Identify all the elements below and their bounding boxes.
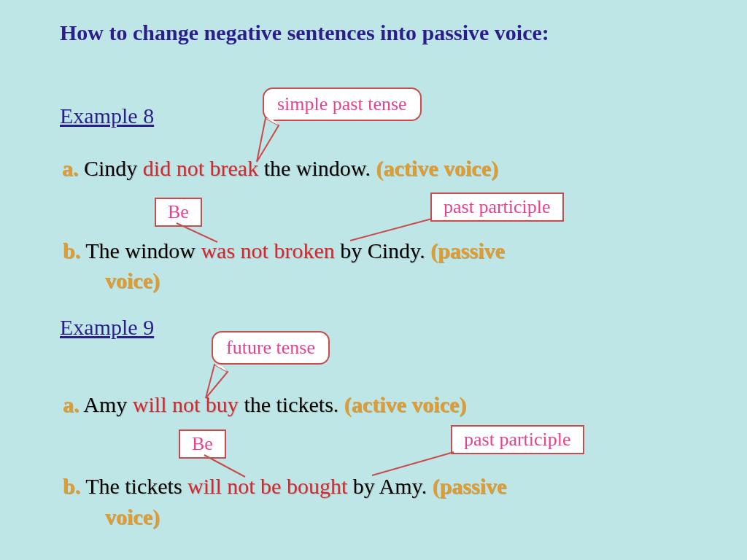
svg-line-7 xyxy=(372,452,454,475)
page-title: How to change negative sentences into pa… xyxy=(60,20,549,45)
text-9b-pre: The tickets xyxy=(80,474,187,498)
voice-9a: (active voice) xyxy=(344,392,466,416)
be-box-8: Be xyxy=(155,198,202,227)
text-9b-post: by Amy. xyxy=(347,474,432,498)
text-8a-post: the window. xyxy=(258,156,376,180)
verb-9a: will not buy xyxy=(133,392,239,416)
text-8b-post: by Cindy. xyxy=(335,238,430,262)
text-8b-pre: The window xyxy=(80,238,201,262)
sentence-8b: b. The window was not broken by Cindy. (… xyxy=(63,238,505,263)
past-participle-box-8: past participle xyxy=(430,192,564,222)
voice-8b-line2: voice) xyxy=(105,268,160,293)
example9-label: Example 9 xyxy=(60,315,154,340)
verb-9b: will not be bought xyxy=(187,474,347,498)
tense-callout-9: future tense xyxy=(212,331,330,365)
example8-label: Example 8 xyxy=(60,104,154,128)
bullet-9b: b. xyxy=(63,474,80,498)
voice-9b-line2: voice) xyxy=(105,505,160,529)
past-participle-box-9: past participle xyxy=(451,425,584,454)
voice-9b: (passive xyxy=(433,474,507,498)
sentence-9b: b. The tickets will not be bought by Amy… xyxy=(63,474,506,499)
verb-8a: did not break xyxy=(143,156,258,180)
be-box-9: Be xyxy=(179,429,226,459)
verb-8b: was not broken xyxy=(201,238,334,262)
sentence-8a: a. Cindy did not break the window. (acti… xyxy=(62,156,498,181)
voice-8a: (active voice) xyxy=(376,156,498,180)
bullet-9a: a. xyxy=(63,392,80,416)
text-8a-pre: Cindy xyxy=(79,156,143,180)
text-9a-pre: Amy xyxy=(80,392,133,416)
bullet-8a: a. xyxy=(62,156,79,180)
bullet-8b: b. xyxy=(63,238,80,262)
svg-line-3 xyxy=(350,219,432,241)
svg-marker-0 xyxy=(257,118,279,162)
text-9a-post: the tickets. xyxy=(239,392,344,416)
sentence-9a: a. Amy will not buy the tickets. (active… xyxy=(63,392,466,417)
voice-8b: (passive xyxy=(430,238,505,262)
tense-callout-8: simple past tense xyxy=(263,88,422,121)
